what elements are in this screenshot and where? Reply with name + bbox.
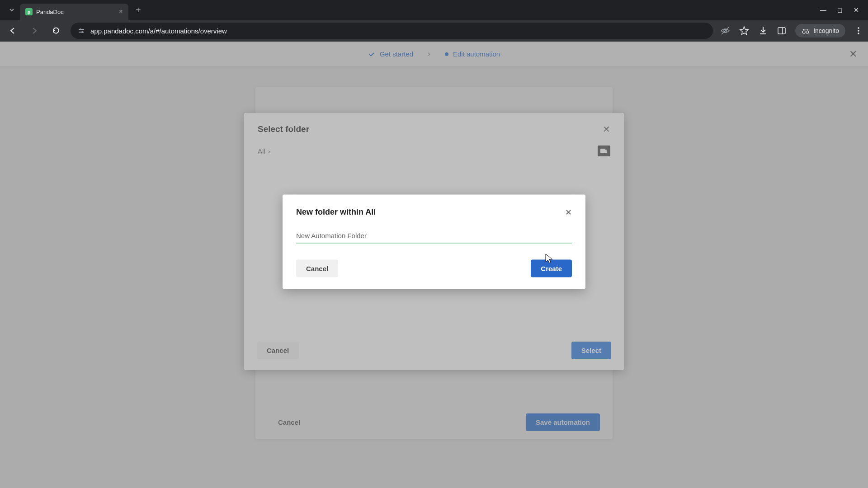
back-button[interactable]	[5, 23, 20, 38]
tab-bar: p PandaDoc × + — ◻ ✕	[0, 0, 868, 20]
url-text: app.pandadoc.com/a/#/automations/overvie…	[90, 27, 227, 35]
svg-rect-6	[778, 28, 785, 34]
svg-point-12	[858, 33, 859, 34]
new-folder-modal: New folder within All ✕ Cancel Create	[283, 194, 585, 289]
select-folder-modal: Select folder ✕ All › + Cancel Select Ne…	[244, 113, 624, 370]
page-content: Get started › Edit automation ✕ Cancel S…	[0, 42, 868, 488]
svg-point-8	[802, 31, 805, 33]
menu-dots-icon[interactable]	[854, 27, 863, 35]
svg-line-5	[722, 27, 729, 34]
nav-bar: app.pandadoc.com/a/#/automations/overvie…	[0, 20, 868, 42]
svg-point-11	[858, 30, 859, 32]
svg-point-9	[806, 31, 809, 33]
cancel-new-folder-button[interactable]: Cancel	[296, 259, 338, 277]
svg-point-3	[81, 31, 83, 33]
bookmark-star-icon[interactable]	[739, 26, 749, 36]
svg-point-2	[80, 28, 81, 30]
eye-off-icon[interactable]	[720, 26, 730, 36]
site-settings-icon[interactable]	[78, 27, 85, 34]
new-tab-button[interactable]: +	[128, 1, 148, 19]
tab-search-dropdown[interactable]	[4, 2, 20, 18]
side-panel-icon[interactable]	[777, 26, 786, 35]
nav-right: Incognito	[720, 24, 863, 38]
close-new-folder-button[interactable]: ✕	[565, 207, 572, 217]
incognito-label: Incognito	[813, 27, 839, 34]
browser-chrome: p PandaDoc × + — ◻ ✕ app.pandadoc.com/a/…	[0, 0, 868, 42]
incognito-badge[interactable]: Incognito	[795, 24, 845, 38]
new-folder-header: New folder within All ✕	[296, 207, 572, 217]
download-icon[interactable]	[758, 26, 768, 36]
tab-title: PandaDoc	[36, 9, 115, 15]
new-folder-title: New folder within All	[296, 207, 376, 217]
reload-button[interactable]	[49, 23, 63, 38]
new-folder-footer: Cancel Create	[296, 259, 572, 277]
maximize-icon[interactable]: ◻	[837, 6, 843, 14]
close-window-icon[interactable]: ✕	[854, 6, 859, 14]
create-folder-button[interactable]: Create	[531, 259, 572, 277]
minimize-icon[interactable]: —	[820, 6, 826, 14]
pandadoc-favicon-icon: p	[25, 8, 33, 15]
forward-button[interactable]	[27, 23, 42, 38]
url-bar[interactable]: app.pandadoc.com/a/#/automations/overvie…	[71, 23, 713, 39]
folder-name-input[interactable]	[296, 228, 572, 243]
browser-tab[interactable]: p PandaDoc ×	[20, 4, 128, 20]
svg-point-10	[858, 27, 859, 29]
tab-close-icon[interactable]: ×	[119, 8, 123, 16]
incognito-icon	[802, 27, 810, 35]
window-controls: — ◻ ✕	[820, 6, 868, 14]
